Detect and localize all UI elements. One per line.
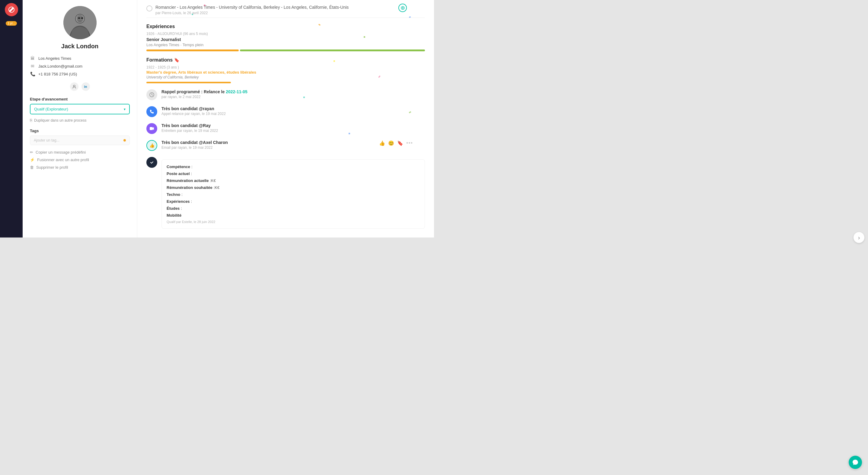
experiences-section: Expériences 1926 - AUJOURD'HUI (96 ans 5… xyxy=(146,24,425,51)
stage-section-label: Etape d'avancement xyxy=(30,97,130,101)
phone-info: 📞 +1 818 756 2794 (US) xyxy=(30,71,130,76)
competence-colon: : xyxy=(191,164,192,169)
left-panel: Jack London 🏛 Los Angeles Times ✉ Jack.L… xyxy=(23,0,137,238)
exp-title: Senior Journalist xyxy=(146,37,425,42)
etudes-colon: : xyxy=(181,206,182,211)
bookmark-marker: 🔖 xyxy=(174,58,179,62)
building-icon: 🏛 xyxy=(30,56,35,61)
rappel-title: Rappel programmé : Relance le 2022-11-05 xyxy=(161,89,425,94)
timeline-item-rappel: Rappel programmé : Relance le 2022-11-05… xyxy=(146,89,425,100)
trash-icon: 🗑 xyxy=(30,165,34,169)
stage-select[interactable]: Qualif (Explorateur) ▾ xyxy=(30,104,130,115)
company-info: 🏛 Los Angeles Times xyxy=(30,56,130,61)
social-icons: in xyxy=(70,83,90,91)
interview-sub: Entretien par rayan, le 19 mai 2022 xyxy=(161,129,425,133)
duplicate-label: Dupliquer dans un autre process xyxy=(34,118,86,123)
stage-value: Qualif (Explorateur) xyxy=(34,107,68,112)
formation-date: 1922 - 1925 (3 ans ) xyxy=(146,65,425,69)
etudes-label: Études xyxy=(166,206,180,211)
experiences-skill-row: Expériences : xyxy=(166,199,420,204)
formation-degree: Master's degree, Arts libéraux et scienc… xyxy=(146,70,425,74)
exp-dot: · xyxy=(181,42,183,47)
delete-profile-link[interactable]: 🗑 Supprimer le profil xyxy=(30,165,130,169)
tags-section: Tags Ajouter un tag... xyxy=(30,129,130,145)
thumbsup-emoji: 👍 xyxy=(149,143,155,148)
formations-section: Formations 🔖 1922 - 1925 (3 ans ) Master… xyxy=(146,57,425,83)
svg-point-8 xyxy=(73,85,75,87)
interview-content: Très bon candidat @Ray Entretien par ray… xyxy=(161,123,425,133)
duplicate-icon: ⎘ xyxy=(30,118,32,123)
remuneration-actuelle-value: K€ xyxy=(211,178,216,183)
tag-dot xyxy=(123,139,126,141)
formations-label: Formations xyxy=(146,57,173,62)
merge-icon: ⚡ xyxy=(30,158,35,162)
email-value: Jack.London@gmail.com xyxy=(38,64,83,68)
thumbsup-reaction[interactable]: 👍 xyxy=(379,140,385,146)
green-progress-bar xyxy=(240,50,425,51)
candidate-modal: Jack London 🏛 Los Angeles Times ✉ Jack.L… xyxy=(23,0,434,238)
smile-reaction[interactable]: 😊 xyxy=(388,140,394,146)
remuneration-actuelle-label: Rémunération actuelle xyxy=(166,178,209,183)
timeline-item-skills: Compétence : Poste actuel : Rémunération… xyxy=(146,157,425,229)
bookmark-reaction[interactable]: 🔖 xyxy=(397,140,403,146)
check-icon xyxy=(146,157,157,168)
copy-message-label: Copier un message prédéfini xyxy=(36,150,86,155)
orange-progress-bar xyxy=(146,50,239,51)
email-icon: ✉ xyxy=(30,64,35,68)
svg-point-6 xyxy=(78,18,80,19)
call-title: Très bon candidat @rayan xyxy=(161,106,425,111)
merge-profile-link[interactable]: ⚡ Fusionner avec un autre profil xyxy=(30,158,130,162)
rappel-date-link[interactable]: 2022-11-05 xyxy=(226,89,247,94)
delete-profile-label: Supprimer le profil xyxy=(36,165,68,169)
video-icon xyxy=(146,123,157,134)
avatar-container xyxy=(63,6,97,39)
copy-message-link[interactable]: ✏ Copier un message prédéfini xyxy=(30,150,130,155)
duplicate-link[interactable]: ⎘ Dupliquer dans un autre process xyxy=(30,118,86,123)
competence-row: Compétence : xyxy=(166,164,420,169)
tag-input[interactable]: Ajouter un tag... xyxy=(30,135,130,145)
more-reaction[interactable]: ••• xyxy=(406,140,413,146)
reactions-row: 👍 😊 🔖 ••• xyxy=(379,140,413,146)
timeline-item-call: Très bon candidat @rayan Appel relance p… xyxy=(146,106,425,117)
poste-label: Poste actuel xyxy=(166,171,190,176)
timeline-item-email: 👍 Très bon candidat @Axel Charon Email p… xyxy=(146,140,425,151)
tags-label: Tags xyxy=(30,129,130,133)
notification-badge: 1 pl... xyxy=(6,21,17,26)
merge-profile-label: Fusionner avec un autre profil xyxy=(37,158,89,162)
remuneration-souhaitee-row: Rémunération souhaitée : K€ xyxy=(166,185,420,190)
techno-label: Techno xyxy=(166,192,180,197)
app-logo[interactable] xyxy=(5,3,18,16)
competence-label: Compétence xyxy=(166,164,190,169)
remuneration-souhaitee-value: K€ xyxy=(215,185,219,190)
candidate-name: Jack London xyxy=(61,43,98,50)
experiences-skill-colon: : xyxy=(191,199,192,204)
tag-placeholder: Ajouter un tag... xyxy=(34,138,59,142)
experiences-skill-label: Expériences xyxy=(166,199,190,204)
stage-section: Etape d'avancement Qualif (Explorateur) … xyxy=(30,97,130,118)
email-teal-icon: 👍 xyxy=(146,140,157,151)
formations-header: Formations 🔖 xyxy=(146,57,425,63)
techno-row: Techno : xyxy=(166,192,420,197)
breadcrumb-title: Romancier - Los Angeles Times - Universi… xyxy=(155,5,349,10)
rappel-text: Rappel programmé : Relance le xyxy=(161,89,226,94)
linkedin-icon[interactable]: in xyxy=(82,83,90,91)
skills-card: Compétence : Poste actuel : Rémunération… xyxy=(161,159,425,229)
experiences-header: Expériences xyxy=(146,24,425,29)
profile-icon[interactable] xyxy=(70,83,79,91)
mobilite-label: Mobilité xyxy=(166,213,181,218)
pencil-icon: ✏ xyxy=(30,150,33,155)
exp-progress-bars xyxy=(146,50,425,51)
call-sub: Appel relance par rayan, le 19 mai 2022 xyxy=(161,112,425,116)
phone-icon: 📞 xyxy=(30,71,35,76)
clock-icon xyxy=(146,89,157,100)
exp-date: 1926 - AUJOURD'HUI (96 ans 5 mois) xyxy=(146,32,425,36)
add-experience-button[interactable]: ⊕ xyxy=(398,4,407,12)
exp-company: Los Angeles Times · Temps plein xyxy=(146,42,425,47)
timeline-item-interview: Très bon candidat @Ray Entretien par ray… xyxy=(146,123,425,134)
experience-item: 1926 - AUJOURD'HUI (96 ans 5 mois) Senio… xyxy=(146,32,425,47)
remuneration-actuelle-row: Rémunération actuelle : K€ xyxy=(166,178,420,183)
rappel-content: Rappel programmé : Relance le 2022-11-05… xyxy=(161,89,425,99)
phone-call-icon xyxy=(146,106,157,117)
exp-company-name: Los Angeles Times xyxy=(146,42,179,47)
info-list: 🏛 Los Angeles Times ✉ Jack.London@gmail.… xyxy=(30,56,130,76)
